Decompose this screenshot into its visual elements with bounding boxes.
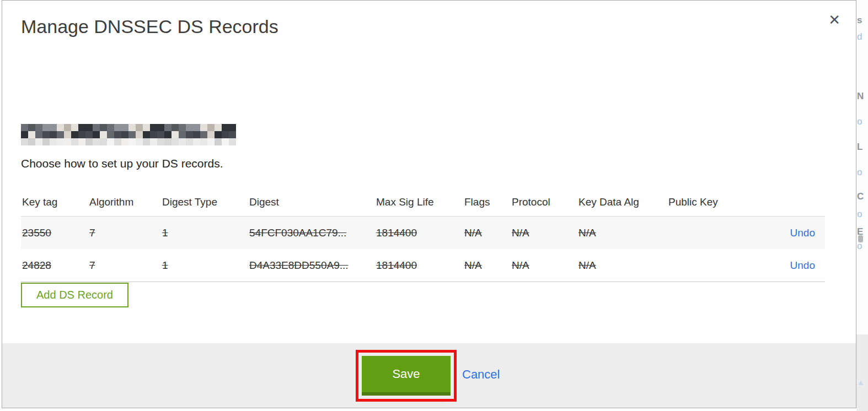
mosaic-pixel <box>35 124 42 131</box>
mosaic-pixel <box>136 124 143 131</box>
mosaic-pixel <box>136 131 143 138</box>
annotation-highlight-box: Save <box>356 350 457 402</box>
undo-link[interactable]: Undo <box>790 227 815 239</box>
mosaic-pixel <box>35 138 42 145</box>
background-text-fragment: s <box>857 15 862 25</box>
mosaic-pixel <box>78 124 85 131</box>
mosaic-pixel <box>85 131 93 138</box>
mosaic-pixel <box>222 124 229 131</box>
mosaic-pixel <box>42 124 50 131</box>
background-text-fragment: o <box>857 117 862 126</box>
mosaic-pixel <box>28 138 35 145</box>
mosaic-pixel <box>157 124 164 131</box>
background-gray-section <box>856 334 868 411</box>
mosaic-pixel <box>64 138 71 145</box>
background-text-fragment: o <box>857 209 862 219</box>
mosaic-pixel <box>207 138 215 145</box>
column-header: Key tag <box>21 182 88 217</box>
manage-dnssec-modal: Manage DNSSEC DS Records ✕ Choose how to… <box>2 0 856 408</box>
mosaic-pixel <box>164 138 172 145</box>
ds-records-table: Key tagAlgorithmDigest TypeDigestMax Sig… <box>21 182 825 282</box>
cell-key-data-alg: N/A <box>578 227 596 239</box>
undo-link[interactable]: Undo <box>790 259 815 271</box>
background-text-fragment: o <box>857 241 862 251</box>
page-title: Manage DNSSEC DS Records <box>21 16 278 37</box>
column-header: Digest Type <box>161 182 248 217</box>
cell-max-sig-life: 1814400 <box>376 259 417 271</box>
mosaic-pixel <box>215 138 222 145</box>
mosaic-pixel <box>50 131 57 138</box>
mosaic-pixel <box>100 124 107 131</box>
mosaic-pixel <box>50 124 57 131</box>
cell-key-tag: 24828 <box>22 259 51 271</box>
column-header: Digest <box>248 182 375 217</box>
screen: sdNoLoCoEo▲ Manage DNSSEC DS Records ✕ C… <box>0 0 868 411</box>
cell-protocol: N/A <box>512 259 529 271</box>
cell-flags: N/A <box>464 227 482 239</box>
mosaic-pixel <box>93 124 100 131</box>
mosaic-pixel <box>85 138 93 145</box>
mosaic-pixel <box>35 131 42 138</box>
mosaic-pixel <box>57 138 64 145</box>
column-header <box>747 182 825 217</box>
mosaic-pixel <box>107 124 114 131</box>
cell-key-tag: 23550 <box>22 227 51 239</box>
background-text-fragment: E <box>857 227 863 236</box>
mosaic-pixel <box>21 138 28 145</box>
mosaic-pixel <box>164 131 172 138</box>
mosaic-pixel <box>222 131 229 138</box>
mosaic-pixel <box>193 131 200 138</box>
mosaic-pixel <box>57 131 64 138</box>
mosaic-pixel <box>121 124 128 131</box>
column-header: Algorithm <box>88 182 161 217</box>
mosaic-pixel <box>78 131 85 138</box>
mosaic-pixel <box>164 124 172 131</box>
mosaic-pixel <box>186 138 193 145</box>
mosaic-pixel <box>128 138 136 145</box>
mosaic-pixel <box>150 131 157 138</box>
background-text-fragment: N <box>857 91 864 101</box>
mosaic-pixel <box>172 131 179 138</box>
mosaic-pixel <box>71 124 78 131</box>
mosaic-pixel <box>150 138 157 145</box>
cell-algorithm: 7 <box>89 259 95 271</box>
mosaic-pixel <box>200 124 207 131</box>
mosaic-pixel <box>78 138 85 145</box>
mosaic-pixel <box>100 131 107 138</box>
cell-digest-type: 1 <box>162 227 168 239</box>
mosaic-pixel <box>28 124 35 131</box>
save-button[interactable]: Save <box>362 356 451 396</box>
cell-key-data-alg: N/A <box>578 259 596 271</box>
background-text-fragment: ▲ <box>857 378 865 387</box>
mosaic-pixel <box>207 131 215 138</box>
mosaic-pixel <box>186 131 193 138</box>
column-header: Max Sig Life <box>375 182 463 217</box>
mosaic-pixel <box>114 138 121 145</box>
mosaic-pixel <box>186 124 193 131</box>
background-text-fragment: o <box>857 167 862 177</box>
mosaic-pixel <box>150 124 157 131</box>
close-icon[interactable]: ✕ <box>828 13 840 27</box>
mosaic-pixel <box>229 131 236 138</box>
add-ds-record-button[interactable]: Add DS Record <box>21 283 128 307</box>
mosaic-pixel <box>42 131 50 138</box>
column-header: Protocol <box>511 182 577 217</box>
mosaic-pixel <box>143 131 150 138</box>
mosaic-pixel <box>179 138 186 145</box>
mosaic-pixel <box>64 131 71 138</box>
mosaic-pixel <box>215 124 222 131</box>
mosaic-pixel <box>229 138 236 145</box>
mosaic-pixel <box>93 131 100 138</box>
intro-text: Choose how to set up your DS records. <box>21 157 223 170</box>
mosaic-pixel <box>50 138 57 145</box>
mosaic-pixel <box>172 138 179 145</box>
table-row: 2482871D4A33E8DD550A9...1814400N/AN/AN/A… <box>21 249 825 282</box>
cell-max-sig-life: 1814400 <box>376 227 417 239</box>
cancel-link[interactable]: Cancel <box>462 367 500 382</box>
mosaic-pixel <box>114 131 121 138</box>
mosaic-pixel <box>200 138 207 145</box>
mosaic-pixel <box>128 124 136 131</box>
background-text-fragment: L <box>857 142 862 152</box>
mosaic-pixel <box>71 138 78 145</box>
mosaic-pixel <box>222 138 229 145</box>
